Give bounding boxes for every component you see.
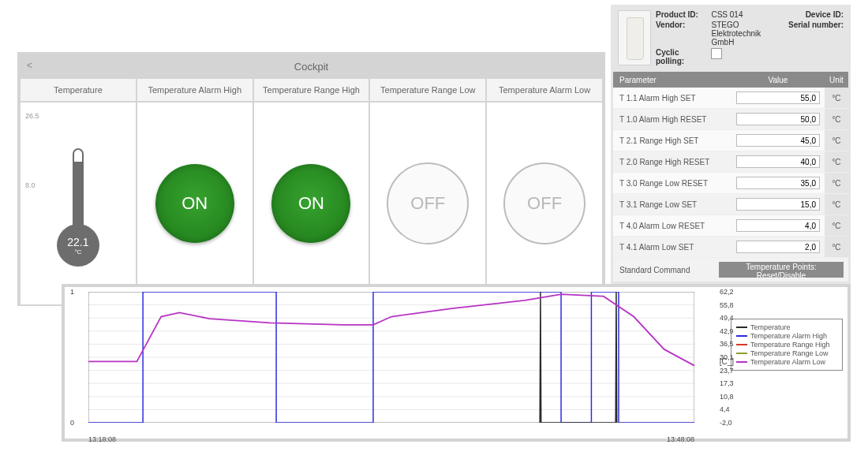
device-thumbnail [618, 10, 651, 65]
param-unit: °C [825, 173, 848, 193]
label-vendor: Vendor: [656, 21, 708, 47]
col-header: Temperature Range High [254, 79, 369, 103]
param-row: T 2.0 Range High RESET°C [613, 151, 848, 173]
param-value-input[interactable] [736, 241, 820, 253]
cockpit-col-alarm-low: Temperature Alarm Low OFF [487, 79, 602, 304]
thermo-unit: °C [74, 248, 81, 256]
reset-disable-button[interactable]: Temperature Points: Reset/Disable [719, 262, 844, 278]
command-label: Standard Command [613, 266, 714, 274]
chart-plot-area[interactable]: 01 -2,04,410,817,323,730,136,542,949,455… [88, 292, 694, 423]
cockpit-col-range-high: Temperature Range High ON [254, 79, 371, 304]
thermo-value: 22.1 [67, 236, 88, 248]
param-value-input[interactable] [736, 113, 820, 125]
cockpit-panel: < Cockpit Temperature 26.5 8.0 22.1 °C [17, 52, 605, 306]
param-table-header: Parameter Value Unit [613, 72, 848, 88]
label-serial-number: Serial number: [788, 21, 844, 29]
indicator-alarm-high: ON [155, 164, 234, 243]
param-row: T 1.0 Alarm High RESET°C [613, 109, 848, 130]
param-name: T 4.1 Alarm Low SET [613, 243, 731, 252]
param-value-input[interactable] [736, 177, 820, 189]
label-product-id: Product ID: [656, 10, 708, 19]
value-product-id: CSS 014 [711, 10, 784, 19]
label-cyclic-polling: Cyclic polling: [656, 48, 708, 65]
legend-item: Temperature Alarm Low [736, 358, 837, 366]
param-unit: °C [825, 88, 848, 108]
cockpit-title: Cockpit [294, 61, 328, 73]
cockpit-titlebar: < Cockpit [21, 55, 602, 79]
param-row: T 3.1 Range Low SET°C [613, 194, 848, 215]
thermometer: 22.1 °C [57, 148, 99, 267]
indicator-range-low: OFF [387, 162, 469, 244]
col-header: Temperature Alarm High [137, 79, 253, 103]
command-row: Standard Command Temperature Points: Res… [613, 258, 848, 282]
indicator-alarm-low: OFF [503, 162, 586, 244]
cockpit-col-temperature: Temperature 26.5 8.0 22.1 °C [21, 79, 137, 304]
param-unit: °C [825, 109, 848, 129]
param-value-input[interactable] [736, 219, 820, 232]
param-name: T 3.0 Range Low RESET [613, 179, 731, 188]
chart-legend: TemperatureTemperature Alarm HighTempera… [731, 319, 843, 371]
chart-panel: 01 -2,04,410,817,323,730,136,542,949,455… [62, 284, 851, 442]
param-unit: °C [825, 237, 848, 257]
cockpit-col-alarm-high: Temperature Alarm High ON [137, 79, 254, 304]
param-name: T 1.0 Alarm High RESET [613, 115, 731, 124]
indicator-range-high: ON [271, 164, 350, 243]
legend-item: Temperature Range High [736, 341, 837, 349]
col-header: Temperature Range Low [370, 79, 485, 103]
label-device-id: Device ID: [806, 10, 844, 19]
value-vendor: STEGO Elektrotechnik GmbH [711, 21, 784, 47]
param-row: T 4.0 Alarm Low RESET°C [613, 215, 848, 237]
param-value-input[interactable] [736, 198, 820, 211]
param-unit: °C [825, 215, 848, 236]
param-name: T 1.1 Alarm High SET [613, 94, 731, 103]
chart-right-axis-label: [C_] [720, 357, 734, 366]
param-unit: °C [825, 130, 848, 151]
legend-item: Temperature [736, 323, 837, 331]
col-header: Temperature Alarm Low [487, 79, 602, 103]
param-unit: °C [825, 194, 848, 215]
param-name: T 4.0 Alarm Low RESET [613, 222, 731, 230]
cyclic-polling-checkbox[interactable] [711, 48, 722, 59]
param-row: T 3.0 Range Low RESET°C [613, 173, 848, 194]
device-header: Product ID: CSS 014 Vendor: STEGO Elektr… [613, 7, 848, 72]
param-row: T 1.1 Alarm High SET°C [613, 88, 848, 109]
legend-item: Temperature Alarm High [736, 332, 837, 340]
cockpit-col-range-low: Temperature Range Low OFF [370, 79, 487, 304]
param-row: T 2.1 Range High SET°C [613, 130, 848, 151]
device-panel: Product ID: CSS 014 Vendor: STEGO Elektr… [611, 5, 851, 284]
legend-item: Temperature Range Low [736, 349, 837, 357]
param-name: T 3.1 Range Low SET [613, 200, 731, 209]
param-name: T 2.1 Range High SET [613, 136, 731, 145]
param-value-input[interactable] [736, 155, 820, 168]
col-header: Temperature [21, 79, 136, 103]
param-value-input[interactable] [736, 91, 820, 104]
param-value-input[interactable] [736, 134, 820, 147]
param-name: T 2.0 Range High RESET [613, 158, 731, 166]
param-row: T 4.1 Alarm Low SET°C [613, 237, 848, 258]
back-button[interactable]: < [27, 60, 32, 71]
param-unit: °C [825, 151, 848, 172]
